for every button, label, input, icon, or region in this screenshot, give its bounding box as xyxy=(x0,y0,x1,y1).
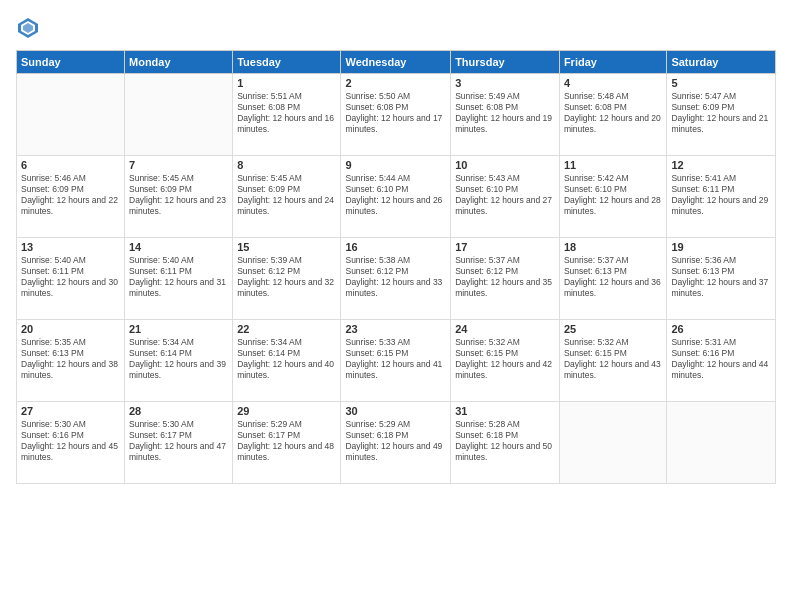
day-info: Sunrise: 5:43 AM Sunset: 6:10 PM Dayligh… xyxy=(455,173,555,217)
day-info: Sunrise: 5:42 AM Sunset: 6:10 PM Dayligh… xyxy=(564,173,662,217)
calendar-cell: 20Sunrise: 5:35 AM Sunset: 6:13 PM Dayli… xyxy=(17,320,125,402)
day-number: 6 xyxy=(21,159,120,171)
day-number: 20 xyxy=(21,323,120,335)
day-info: Sunrise: 5:45 AM Sunset: 6:09 PM Dayligh… xyxy=(129,173,228,217)
day-info: Sunrise: 5:30 AM Sunset: 6:16 PM Dayligh… xyxy=(21,419,120,463)
day-info: Sunrise: 5:38 AM Sunset: 6:12 PM Dayligh… xyxy=(345,255,446,299)
calendar-cell: 17Sunrise: 5:37 AM Sunset: 6:12 PM Dayli… xyxy=(451,238,560,320)
day-info: Sunrise: 5:32 AM Sunset: 6:15 PM Dayligh… xyxy=(564,337,662,381)
day-info: Sunrise: 5:36 AM Sunset: 6:13 PM Dayligh… xyxy=(671,255,771,299)
calendar-cell: 15Sunrise: 5:39 AM Sunset: 6:12 PM Dayli… xyxy=(233,238,341,320)
day-number: 29 xyxy=(237,405,336,417)
header xyxy=(16,16,776,40)
calendar-cell: 30Sunrise: 5:29 AM Sunset: 6:18 PM Dayli… xyxy=(341,402,451,484)
day-info: Sunrise: 5:37 AM Sunset: 6:13 PM Dayligh… xyxy=(564,255,662,299)
calendar-cell: 3Sunrise: 5:49 AM Sunset: 6:08 PM Daylig… xyxy=(451,74,560,156)
day-number: 28 xyxy=(129,405,228,417)
day-info: Sunrise: 5:28 AM Sunset: 6:18 PM Dayligh… xyxy=(455,419,555,463)
day-info: Sunrise: 5:51 AM Sunset: 6:08 PM Dayligh… xyxy=(237,91,336,135)
calendar-cell: 18Sunrise: 5:37 AM Sunset: 6:13 PM Dayli… xyxy=(559,238,666,320)
day-number: 26 xyxy=(671,323,771,335)
day-info: Sunrise: 5:44 AM Sunset: 6:10 PM Dayligh… xyxy=(345,173,446,217)
weekday-header-saturday: Saturday xyxy=(667,51,776,74)
day-number: 25 xyxy=(564,323,662,335)
calendar-cell: 26Sunrise: 5:31 AM Sunset: 6:16 PM Dayli… xyxy=(667,320,776,402)
day-number: 31 xyxy=(455,405,555,417)
day-info: Sunrise: 5:37 AM Sunset: 6:12 PM Dayligh… xyxy=(455,255,555,299)
logo-icon xyxy=(16,16,40,40)
calendar-cell: 8Sunrise: 5:45 AM Sunset: 6:09 PM Daylig… xyxy=(233,156,341,238)
day-number: 14 xyxy=(129,241,228,253)
calendar-cell: 31Sunrise: 5:28 AM Sunset: 6:18 PM Dayli… xyxy=(451,402,560,484)
day-info: Sunrise: 5:41 AM Sunset: 6:11 PM Dayligh… xyxy=(671,173,771,217)
day-info: Sunrise: 5:29 AM Sunset: 6:17 PM Dayligh… xyxy=(237,419,336,463)
calendar-cell xyxy=(17,74,125,156)
calendar-cell xyxy=(125,74,233,156)
day-info: Sunrise: 5:31 AM Sunset: 6:16 PM Dayligh… xyxy=(671,337,771,381)
day-number: 21 xyxy=(129,323,228,335)
weekday-header-tuesday: Tuesday xyxy=(233,51,341,74)
day-info: Sunrise: 5:30 AM Sunset: 6:17 PM Dayligh… xyxy=(129,419,228,463)
calendar-cell: 4Sunrise: 5:48 AM Sunset: 6:08 PM Daylig… xyxy=(559,74,666,156)
day-info: Sunrise: 5:40 AM Sunset: 6:11 PM Dayligh… xyxy=(21,255,120,299)
calendar-cell: 24Sunrise: 5:32 AM Sunset: 6:15 PM Dayli… xyxy=(451,320,560,402)
day-info: Sunrise: 5:33 AM Sunset: 6:15 PM Dayligh… xyxy=(345,337,446,381)
calendar-cell: 10Sunrise: 5:43 AM Sunset: 6:10 PM Dayli… xyxy=(451,156,560,238)
day-info: Sunrise: 5:35 AM Sunset: 6:13 PM Dayligh… xyxy=(21,337,120,381)
day-info: Sunrise: 5:50 AM Sunset: 6:08 PM Dayligh… xyxy=(345,91,446,135)
logo xyxy=(16,16,44,40)
calendar-cell: 27Sunrise: 5:30 AM Sunset: 6:16 PM Dayli… xyxy=(17,402,125,484)
day-number: 5 xyxy=(671,77,771,89)
day-number: 13 xyxy=(21,241,120,253)
calendar-table: SundayMondayTuesdayWednesdayThursdayFrid… xyxy=(16,50,776,484)
day-number: 4 xyxy=(564,77,662,89)
weekday-header-thursday: Thursday xyxy=(451,51,560,74)
day-number: 24 xyxy=(455,323,555,335)
day-number: 8 xyxy=(237,159,336,171)
day-info: Sunrise: 5:40 AM Sunset: 6:11 PM Dayligh… xyxy=(129,255,228,299)
calendar-cell: 23Sunrise: 5:33 AM Sunset: 6:15 PM Dayli… xyxy=(341,320,451,402)
day-info: Sunrise: 5:45 AM Sunset: 6:09 PM Dayligh… xyxy=(237,173,336,217)
day-number: 9 xyxy=(345,159,446,171)
day-info: Sunrise: 5:29 AM Sunset: 6:18 PM Dayligh… xyxy=(345,419,446,463)
calendar-cell: 11Sunrise: 5:42 AM Sunset: 6:10 PM Dayli… xyxy=(559,156,666,238)
day-info: Sunrise: 5:46 AM Sunset: 6:09 PM Dayligh… xyxy=(21,173,120,217)
calendar-cell: 13Sunrise: 5:40 AM Sunset: 6:11 PM Dayli… xyxy=(17,238,125,320)
calendar-cell xyxy=(559,402,666,484)
day-number: 19 xyxy=(671,241,771,253)
day-number: 10 xyxy=(455,159,555,171)
day-number: 18 xyxy=(564,241,662,253)
calendar-cell: 14Sunrise: 5:40 AM Sunset: 6:11 PM Dayli… xyxy=(125,238,233,320)
day-info: Sunrise: 5:34 AM Sunset: 6:14 PM Dayligh… xyxy=(129,337,228,381)
week-row-4: 20Sunrise: 5:35 AM Sunset: 6:13 PM Dayli… xyxy=(17,320,776,402)
calendar-cell: 1Sunrise: 5:51 AM Sunset: 6:08 PM Daylig… xyxy=(233,74,341,156)
calendar-cell: 29Sunrise: 5:29 AM Sunset: 6:17 PM Dayli… xyxy=(233,402,341,484)
day-info: Sunrise: 5:48 AM Sunset: 6:08 PM Dayligh… xyxy=(564,91,662,135)
calendar-cell: 7Sunrise: 5:45 AM Sunset: 6:09 PM Daylig… xyxy=(125,156,233,238)
day-info: Sunrise: 5:32 AM Sunset: 6:15 PM Dayligh… xyxy=(455,337,555,381)
calendar-cell: 28Sunrise: 5:30 AM Sunset: 6:17 PM Dayli… xyxy=(125,402,233,484)
calendar-cell: 25Sunrise: 5:32 AM Sunset: 6:15 PM Dayli… xyxy=(559,320,666,402)
day-number: 27 xyxy=(21,405,120,417)
day-number: 3 xyxy=(455,77,555,89)
calendar-cell: 9Sunrise: 5:44 AM Sunset: 6:10 PM Daylig… xyxy=(341,156,451,238)
calendar-cell: 5Sunrise: 5:47 AM Sunset: 6:09 PM Daylig… xyxy=(667,74,776,156)
day-number: 30 xyxy=(345,405,446,417)
day-number: 16 xyxy=(345,241,446,253)
week-row-5: 27Sunrise: 5:30 AM Sunset: 6:16 PM Dayli… xyxy=(17,402,776,484)
calendar-cell: 22Sunrise: 5:34 AM Sunset: 6:14 PM Dayli… xyxy=(233,320,341,402)
weekday-header-row: SundayMondayTuesdayWednesdayThursdayFrid… xyxy=(17,51,776,74)
day-number: 2 xyxy=(345,77,446,89)
weekday-header-sunday: Sunday xyxy=(17,51,125,74)
day-number: 11 xyxy=(564,159,662,171)
day-number: 15 xyxy=(237,241,336,253)
calendar-cell: 16Sunrise: 5:38 AM Sunset: 6:12 PM Dayli… xyxy=(341,238,451,320)
week-row-2: 6Sunrise: 5:46 AM Sunset: 6:09 PM Daylig… xyxy=(17,156,776,238)
weekday-header-monday: Monday xyxy=(125,51,233,74)
day-info: Sunrise: 5:34 AM Sunset: 6:14 PM Dayligh… xyxy=(237,337,336,381)
weekday-header-wednesday: Wednesday xyxy=(341,51,451,74)
day-number: 23 xyxy=(345,323,446,335)
calendar-cell xyxy=(667,402,776,484)
day-number: 7 xyxy=(129,159,228,171)
day-info: Sunrise: 5:39 AM Sunset: 6:12 PM Dayligh… xyxy=(237,255,336,299)
